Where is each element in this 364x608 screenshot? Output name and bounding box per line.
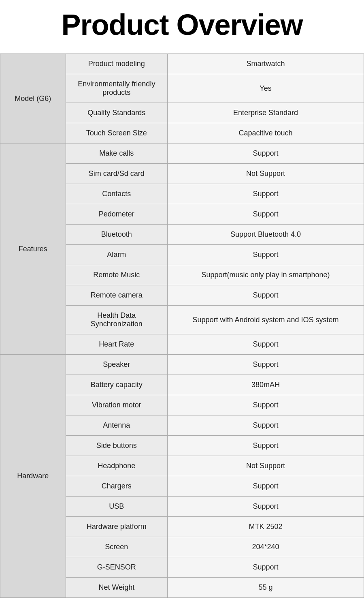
value-cell: Yes: [168, 74, 364, 103]
value-cell: Not Support: [168, 456, 364, 476]
category-cell: Hardware: [0, 355, 66, 598]
table-row: FeaturesMake callsSupport: [0, 143, 364, 164]
feature-cell: Side buttons: [66, 436, 167, 456]
feature-cell: Screen: [66, 537, 167, 557]
value-cell: MTK 2502: [168, 517, 364, 537]
value-cell: Enterprise Standard: [168, 103, 364, 123]
value-cell: Support: [168, 334, 364, 355]
category-cell: Model (G6): [0, 54, 66, 143]
feature-cell: Vibration motor: [66, 395, 167, 415]
value-cell: Support: [168, 285, 364, 306]
value-cell: Support(music only play in smartphone): [168, 265, 364, 285]
feature-cell: Chargers: [66, 476, 167, 497]
table-row: HardwareSpeakerSupport: [0, 355, 364, 375]
feature-cell: Sim card/Sd card: [66, 164, 167, 184]
value-cell: Capacitive touch: [168, 123, 364, 143]
feature-cell: Environmentally friendly products: [66, 74, 167, 103]
value-cell: Support: [168, 184, 364, 204]
feature-cell: Alarm: [66, 245, 167, 265]
feature-cell: Hardware platform: [66, 517, 167, 537]
feature-cell: Quality Standards: [66, 103, 167, 123]
value-cell: Support with Android system and IOS syst…: [168, 306, 364, 334]
value-cell: 380mAH: [168, 375, 364, 395]
value-cell: Support: [168, 204, 364, 225]
value-cell: Support: [168, 415, 364, 436]
value-cell: Support: [168, 436, 364, 456]
feature-cell: Remote camera: [66, 285, 167, 306]
feature-cell: Make calls: [66, 143, 167, 164]
feature-cell: Product modeling: [66, 54, 167, 74]
feature-cell: USB: [66, 497, 167, 517]
feature-cell: Speaker: [66, 355, 167, 375]
value-cell: 204*240: [168, 537, 364, 557]
value-cell: Support: [168, 395, 364, 415]
product-overview-table: Model (G6)Product modelingSmartwatchEnvi…: [0, 54, 364, 598]
value-cell: Support: [168, 557, 364, 578]
feature-cell: Contacts: [66, 184, 167, 204]
value-cell: Smartwatch: [168, 54, 364, 74]
feature-cell: Remote Music: [66, 265, 167, 285]
feature-cell: Heart Rate: [66, 334, 167, 355]
value-cell: Not Support: [168, 164, 364, 184]
feature-cell: Antenna: [66, 415, 167, 436]
feature-cell: Pedometer: [66, 204, 167, 225]
feature-cell: G-SENSOR: [66, 557, 167, 578]
feature-cell: Net Weight: [66, 578, 167, 598]
value-cell: Support: [168, 497, 364, 517]
value-cell: Support: [168, 355, 364, 375]
feature-cell: Battery capacity: [66, 375, 167, 395]
feature-cell: Bluetooth: [66, 225, 167, 245]
category-cell: Features: [0, 143, 66, 355]
value-cell: Support: [168, 245, 364, 265]
page-title: Product Overview: [0, 0, 364, 54]
table-row: Model (G6)Product modelingSmartwatch: [0, 54, 364, 74]
feature-cell: Touch Screen Size: [66, 123, 167, 143]
value-cell: Support: [168, 143, 364, 164]
value-cell: 55 g: [168, 578, 364, 598]
value-cell: Support: [168, 476, 364, 497]
value-cell: Support Bluetooth 4.0: [168, 225, 364, 245]
feature-cell: Health Data Synchronization: [66, 306, 167, 334]
feature-cell: Headphone: [66, 456, 167, 476]
